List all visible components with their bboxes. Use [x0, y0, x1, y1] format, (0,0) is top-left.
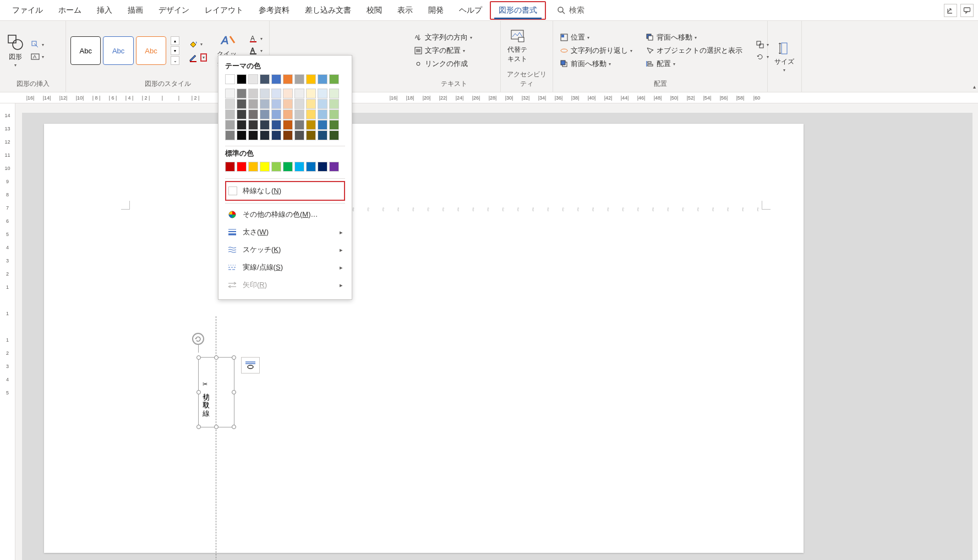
style-preset-1[interactable]: Abc — [70, 36, 101, 65]
color-swatch[interactable] — [260, 162, 270, 172]
tab-shape-format[interactable]: 図形の書式 — [490, 1, 546, 20]
color-swatch[interactable] — [237, 89, 247, 98]
size-button[interactable]: サイズ ▾ — [772, 39, 796, 75]
style-expand[interactable]: ⌄ — [171, 56, 179, 65]
text-fill-button[interactable]: A▾ — [247, 33, 265, 44]
no-outline-item[interactable]: 枠線なし(N) — [225, 181, 345, 201]
color-swatch[interactable] — [271, 74, 281, 84]
color-swatch[interactable] — [329, 89, 339, 98]
color-swatch[interactable] — [294, 130, 304, 140]
resize-handle-br[interactable] — [232, 425, 236, 429]
tab-design[interactable]: デザイン — [151, 2, 197, 19]
color-swatch[interactable] — [248, 130, 258, 140]
tab-layout[interactable]: レイアウト — [197, 2, 251, 19]
style-scroll-down[interactable]: ▾ — [171, 46, 179, 55]
color-swatch[interactable] — [294, 89, 304, 98]
color-swatch[interactable] — [283, 130, 293, 140]
color-swatch[interactable] — [237, 99, 247, 109]
tab-review[interactable]: 校閲 — [359, 2, 390, 19]
share-icon[interactable] — [944, 4, 957, 17]
dashes-item[interactable]: 実線/点線(S)▸ — [225, 259, 345, 276]
color-swatch[interactable] — [225, 109, 235, 119]
tab-developer[interactable]: 開発 — [420, 2, 451, 19]
color-swatch[interactable] — [248, 74, 258, 84]
more-outline-colors-item[interactable]: その他の枠線の色(M)… — [225, 206, 345, 223]
color-swatch[interactable] — [283, 74, 293, 84]
align-button[interactable]: 配置▾ — [643, 58, 745, 70]
color-swatch[interactable] — [294, 99, 304, 109]
tab-mailings[interactable]: 差し込み文書 — [297, 2, 359, 19]
color-swatch[interactable] — [225, 99, 235, 109]
text-align-button[interactable]: 文字の配置▾ — [412, 45, 474, 57]
color-swatch[interactable] — [329, 109, 339, 119]
color-swatch[interactable] — [237, 109, 247, 119]
color-swatch[interactable] — [271, 162, 281, 172]
color-swatch[interactable] — [237, 162, 247, 172]
color-swatch[interactable] — [225, 120, 235, 130]
resize-handle-ml[interactable] — [196, 390, 201, 394]
color-swatch[interactable] — [329, 74, 339, 84]
tab-home[interactable]: ホーム — [51, 2, 89, 19]
text-outline-button[interactable]: A▾ — [247, 45, 265, 56]
color-swatch[interactable] — [260, 74, 270, 84]
resize-handle-tr[interactable] — [232, 355, 236, 360]
color-swatch[interactable] — [260, 130, 270, 140]
style-preset-3[interactable]: Abc — [136, 36, 166, 65]
color-swatch[interactable] — [237, 120, 247, 130]
style-preset-2[interactable]: Abc — [103, 36, 133, 65]
alt-text-button[interactable]: 代替テ キスト — [505, 26, 529, 66]
color-swatch[interactable] — [248, 99, 258, 109]
color-swatch[interactable] — [318, 109, 327, 119]
shape-outline-dropdown[interactable]: ▾ — [200, 53, 207, 62]
tab-file[interactable]: ファイル — [4, 2, 51, 19]
color-swatch[interactable] — [271, 130, 281, 140]
color-swatch[interactable] — [318, 74, 327, 84]
color-swatch[interactable] — [318, 89, 327, 98]
tab-draw[interactable]: 描画 — [120, 2, 151, 19]
resize-handle-tm[interactable] — [214, 355, 218, 360]
search-box[interactable]: 検索 — [557, 6, 584, 15]
collapse-ribbon-button[interactable]: ▴ — [973, 84, 976, 90]
page[interactable]: ℓℓℓℓℓℓℓℓℓℓℓℓℓℓℓℓℓℓℓℓℓℓℓℓℓℓℓℓ ✂切り取り線 — [44, 124, 804, 553]
color-swatch[interactable] — [260, 99, 270, 109]
sketch-item[interactable]: スケッチ(K)▸ — [225, 241, 345, 259]
color-swatch[interactable] — [306, 162, 316, 172]
color-swatch[interactable] — [294, 120, 304, 130]
comments-icon[interactable] — [960, 4, 974, 17]
color-swatch[interactable] — [237, 74, 247, 84]
tab-insert[interactable]: 挿入 — [89, 2, 120, 19]
text-box-button[interactable]: A▾ — [29, 51, 46, 62]
rotate-handle[interactable] — [192, 333, 204, 345]
color-swatch[interactable] — [248, 109, 258, 119]
color-swatch[interactable] — [306, 120, 316, 130]
weight-item[interactable]: 太さ(W)▸ — [225, 223, 345, 241]
color-swatch[interactable] — [283, 120, 293, 130]
style-scroll-up[interactable]: ▴ — [171, 36, 179, 45]
tab-help[interactable]: ヘルプ — [451, 2, 490, 19]
color-swatch[interactable] — [318, 120, 327, 130]
color-swatch[interactable] — [306, 89, 316, 98]
color-swatch[interactable] — [271, 89, 281, 98]
shapes-gallery-button[interactable]: 図形 ▾ — [4, 31, 26, 70]
shape-fill-button[interactable]: ▾ — [186, 38, 209, 50]
position-button[interactable]: 位置▾ — [558, 31, 635, 43]
send-backward-button[interactable]: 背面へ移動▾ — [643, 31, 745, 43]
color-swatch[interactable] — [271, 109, 281, 119]
text-box-shape[interactable]: ✂切り取り線 — [198, 357, 234, 427]
color-swatch[interactable] — [271, 99, 281, 109]
tab-view[interactable]: 表示 — [390, 2, 420, 19]
color-swatch[interactable] — [329, 162, 339, 172]
layout-options-button[interactable] — [241, 357, 260, 374]
color-swatch[interactable] — [329, 130, 339, 140]
color-swatch[interactable] — [306, 130, 316, 140]
color-swatch[interactable] — [306, 99, 316, 109]
color-swatch[interactable] — [260, 89, 270, 98]
text-direction-button[interactable]: A文字列の方向▾ — [412, 31, 474, 43]
color-swatch[interactable] — [225, 89, 235, 98]
color-swatch[interactable] — [283, 89, 293, 98]
color-swatch[interactable] — [306, 109, 316, 119]
color-swatch[interactable] — [271, 120, 281, 130]
color-swatch[interactable] — [318, 162, 327, 172]
color-swatch[interactable] — [294, 162, 304, 172]
color-swatch[interactable] — [283, 99, 293, 109]
